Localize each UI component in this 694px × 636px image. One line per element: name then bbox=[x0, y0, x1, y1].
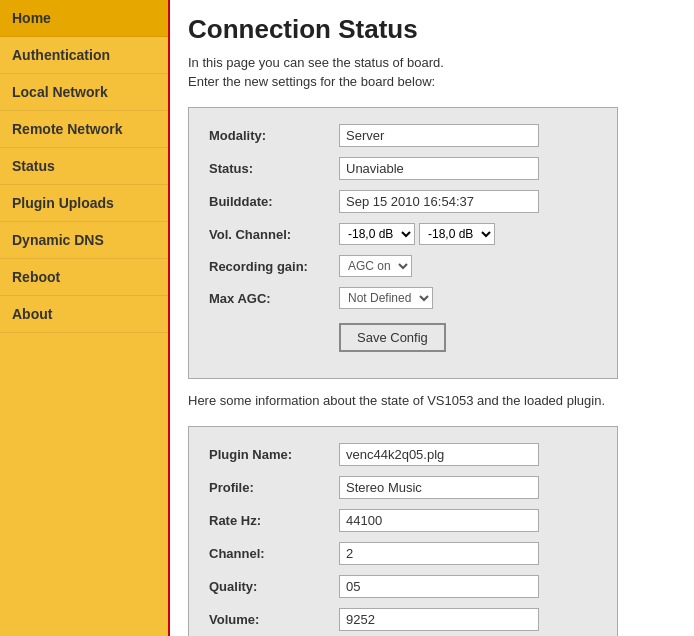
quality-label: Quality: bbox=[209, 579, 339, 594]
channel-row: Channel: bbox=[209, 542, 597, 565]
sidebar: Home Authentication Local Network Remote… bbox=[0, 0, 170, 636]
sidebar-item-local-network[interactable]: Local Network bbox=[0, 74, 168, 111]
vol-channel-controls: -18,0 dB -12,0 dB 0,0 dB -18,0 dB -12,0 … bbox=[339, 223, 495, 245]
max-agc-label: Max AGC: bbox=[209, 291, 339, 306]
plugin-name-label: Plugin Name: bbox=[209, 447, 339, 462]
builddate-input[interactable] bbox=[339, 190, 539, 213]
volume-row: Volume: bbox=[209, 608, 597, 631]
recording-gain-select[interactable]: AGC on AGC off bbox=[339, 255, 412, 277]
builddate-row: Builddate: bbox=[209, 190, 597, 213]
recording-gain-row: Recording gain: AGC on AGC off bbox=[209, 255, 597, 277]
sidebar-item-home[interactable]: Home bbox=[0, 0, 168, 37]
vol-channel-label: Vol. Channel: bbox=[209, 227, 339, 242]
channel-input[interactable] bbox=[339, 542, 539, 565]
sidebar-item-remote-network[interactable]: Remote Network bbox=[0, 111, 168, 148]
sidebar-item-status[interactable]: Status bbox=[0, 148, 168, 185]
vol-channel-select2[interactable]: -18,0 dB -12,0 dB 0,0 dB bbox=[419, 223, 495, 245]
max-agc-select[interactable]: Not Defined Low High bbox=[339, 287, 433, 309]
save-config-button[interactable]: Save Config bbox=[339, 323, 446, 352]
rate-hz-label: Rate Hz: bbox=[209, 513, 339, 528]
volume-input[interactable] bbox=[339, 608, 539, 631]
plugin-name-row: Plugin Name: bbox=[209, 443, 597, 466]
modality-label: Modality: bbox=[209, 128, 339, 143]
channel-label: Channel: bbox=[209, 546, 339, 561]
builddate-label: Builddate: bbox=[209, 194, 339, 209]
plugin-panel: Plugin Name: Profile: Rate Hz: Channel: … bbox=[188, 426, 618, 636]
quality-input[interactable] bbox=[339, 575, 539, 598]
rate-hz-input[interactable] bbox=[339, 509, 539, 532]
status-row: Status: bbox=[209, 157, 597, 180]
status-input[interactable] bbox=[339, 157, 539, 180]
sidebar-item-reboot[interactable]: Reboot bbox=[0, 259, 168, 296]
main-content: Connection Status In this page you can s… bbox=[170, 0, 694, 636]
modality-row: Modality: bbox=[209, 124, 597, 147]
profile-row: Profile: bbox=[209, 476, 597, 499]
page-title: Connection Status bbox=[188, 14, 676, 45]
sidebar-item-authentication[interactable]: Authentication bbox=[0, 37, 168, 74]
sidebar-item-dynamic-dns[interactable]: Dynamic DNS bbox=[0, 222, 168, 259]
recording-gain-label: Recording gain: bbox=[209, 259, 339, 274]
plugin-info-text: Here some information about the state of… bbox=[188, 393, 676, 408]
save-row: Save Config bbox=[209, 319, 597, 352]
intro-line2: Enter the new settings for the board bel… bbox=[188, 74, 676, 89]
max-agc-row: Max AGC: Not Defined Low High bbox=[209, 287, 597, 309]
profile-label: Profile: bbox=[209, 480, 339, 495]
sidebar-item-about[interactable]: About bbox=[0, 296, 168, 333]
rate-hz-row: Rate Hz: bbox=[209, 509, 597, 532]
intro-line1: In this page you can see the status of b… bbox=[188, 55, 676, 70]
config-panel: Modality: Status: Builddate: Vol. Channe… bbox=[188, 107, 618, 379]
status-label: Status: bbox=[209, 161, 339, 176]
quality-row: Quality: bbox=[209, 575, 597, 598]
plugin-name-input[interactable] bbox=[339, 443, 539, 466]
modality-input[interactable] bbox=[339, 124, 539, 147]
profile-input[interactable] bbox=[339, 476, 539, 499]
volume-label: Volume: bbox=[209, 612, 339, 627]
vol-channel-row: Vol. Channel: -18,0 dB -12,0 dB 0,0 dB -… bbox=[209, 223, 597, 245]
vol-channel-select1[interactable]: -18,0 dB -12,0 dB 0,0 dB bbox=[339, 223, 415, 245]
sidebar-item-plugin-uploads[interactable]: Plugin Uploads bbox=[0, 185, 168, 222]
